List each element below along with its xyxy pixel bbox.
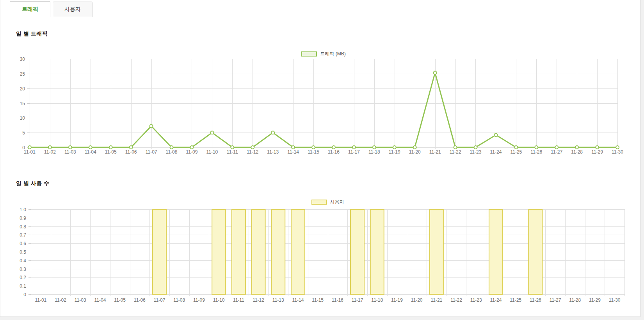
y-tick-label: 0.2 xyxy=(20,275,26,280)
x-tick-label: 11-04 xyxy=(85,149,96,155)
x-axis-labels: 11-0111-0211-0311-0411-0511-0611-0711-08… xyxy=(35,297,620,303)
y-tick-label: 0.3 xyxy=(20,267,26,272)
users-legend-swatch xyxy=(311,200,327,205)
x-tick-label: 11-17 xyxy=(352,297,363,303)
x-tick-label: 11-19 xyxy=(389,149,400,155)
x-tick-label: 11-07 xyxy=(154,297,165,303)
bar xyxy=(232,209,246,294)
data-point-marker xyxy=(231,146,234,149)
y-axis-labels: 051015202530 xyxy=(20,57,25,150)
y-tick-label: 5 xyxy=(22,130,25,136)
bar xyxy=(350,209,364,294)
x-tick-label: 11-28 xyxy=(571,149,583,155)
x-tick-label: 11-07 xyxy=(146,149,157,155)
data-point-marker xyxy=(494,133,497,136)
x-tick-label: 11-18 xyxy=(368,149,380,155)
data-point-marker xyxy=(251,146,254,149)
y-tick-label: 0.1 xyxy=(20,283,26,289)
x-tick-label: 11-20 xyxy=(409,149,421,155)
tab-users[interactable]: 사용자 xyxy=(53,2,93,17)
bar xyxy=(212,209,226,294)
x-tick-label: 11-18 xyxy=(371,297,383,303)
x-tick-label: 11-03 xyxy=(75,297,86,303)
tabbar-divider xyxy=(0,17,640,17)
x-tick-label: 11-23 xyxy=(470,149,482,155)
tab-traffic-label: 트래픽 xyxy=(22,6,38,13)
x-tick-label: 11-16 xyxy=(332,297,343,303)
x-tick-label: 11-25 xyxy=(510,297,521,303)
x-tick-label: 11-14 xyxy=(287,149,299,155)
tab-bar: 트래픽 사용자 xyxy=(0,0,640,17)
content-panel: 트래픽 사용자 일 별 트래픽 트래픽 (MB) 05101520253011-… xyxy=(0,0,640,317)
x-tick-label: 11-09 xyxy=(193,297,205,303)
data-point-marker xyxy=(210,131,213,134)
tab-traffic[interactable]: 트래픽 xyxy=(10,1,50,17)
data-point-marker xyxy=(130,146,133,149)
data-point-marker xyxy=(312,146,315,149)
x-tick-label: 11-15 xyxy=(312,297,324,303)
x-tick-label: 11-14 xyxy=(292,297,304,303)
y-tick-label: 0.6 xyxy=(20,241,26,246)
x-tick-label: 11-08 xyxy=(166,149,178,155)
data-point-marker xyxy=(454,146,457,149)
data-point-marker xyxy=(434,71,437,74)
daily-users-title: 일 별 사용 수 xyxy=(16,180,50,187)
daily-traffic-line-chart: 05101520253011-0111-0211-0311-0411-0511-… xyxy=(0,55,641,160)
data-point-marker xyxy=(393,146,396,149)
x-tick-label: 11-27 xyxy=(551,149,562,155)
data-point-marker xyxy=(596,146,599,149)
line-series xyxy=(30,73,617,147)
data-point-marker xyxy=(170,146,173,149)
x-tick-label: 11-12 xyxy=(253,297,264,303)
x-tick-label: 11-01 xyxy=(24,149,36,155)
x-tick-label: 11-24 xyxy=(490,297,502,303)
bar xyxy=(370,209,384,294)
x-tick-label: 11-24 xyxy=(490,149,502,155)
x-tick-label: 11-05 xyxy=(114,297,126,303)
tab-users-label: 사용자 xyxy=(64,6,81,13)
x-tick-label: 11-26 xyxy=(530,297,541,303)
data-point-marker xyxy=(69,146,72,149)
data-point-marker xyxy=(150,125,153,128)
x-tick-label: 11-20 xyxy=(411,297,423,303)
x-tick-label: 11-05 xyxy=(105,149,117,155)
x-tick-label: 11-27 xyxy=(550,297,561,303)
bar xyxy=(291,209,305,294)
x-tick-label: 11-21 xyxy=(431,297,442,303)
x-tick-label: 11-13 xyxy=(272,297,284,303)
x-tick-label: 11-16 xyxy=(328,149,340,155)
data-point-marker xyxy=(48,146,52,149)
x-tick-label: 11-06 xyxy=(134,297,146,303)
x-tick-label: 11-10 xyxy=(206,149,218,155)
x-tick-label: 11-04 xyxy=(94,297,106,303)
x-tick-label: 11-19 xyxy=(391,297,403,303)
y-tick-label: 1.0 xyxy=(20,207,26,212)
x-tick-label: 11-22 xyxy=(450,297,462,303)
x-tick-label: 11-30 xyxy=(612,149,623,155)
x-tick-label: 11-11 xyxy=(233,297,244,303)
data-point-marker xyxy=(616,146,619,149)
x-tick-label: 11-09 xyxy=(186,149,198,155)
data-point-marker xyxy=(109,146,112,149)
data-point-marker xyxy=(555,146,558,149)
x-tick-label: 11-29 xyxy=(591,149,603,155)
x-tick-label: 11-11 xyxy=(227,149,238,155)
bar xyxy=(528,209,542,294)
data-point-marker xyxy=(535,146,538,149)
y-tick-label: 25 xyxy=(20,71,25,77)
line-markers xyxy=(28,71,619,149)
x-tick-label: 11-23 xyxy=(470,297,482,303)
y-tick-label: 30 xyxy=(20,57,25,62)
data-point-marker xyxy=(190,146,193,149)
users-legend: 사용자 xyxy=(31,199,624,205)
data-point-marker xyxy=(474,146,477,149)
y-tick-label: 0.5 xyxy=(20,249,26,255)
x-axis-labels: 11-0111-0211-0311-0411-0511-0611-0711-08… xyxy=(24,149,623,155)
x-tick-label: 11-29 xyxy=(589,297,601,303)
x-tick-label: 11-01 xyxy=(35,297,46,303)
y-tick-label: 0.8 xyxy=(20,224,26,230)
y-tick-label: 0 xyxy=(23,292,26,297)
y-axis-labels: 00.10.20.30.40.50.60.70.80.91.0 xyxy=(20,207,26,297)
bar xyxy=(430,209,443,294)
users-legend-label: 사용자 xyxy=(330,199,344,205)
